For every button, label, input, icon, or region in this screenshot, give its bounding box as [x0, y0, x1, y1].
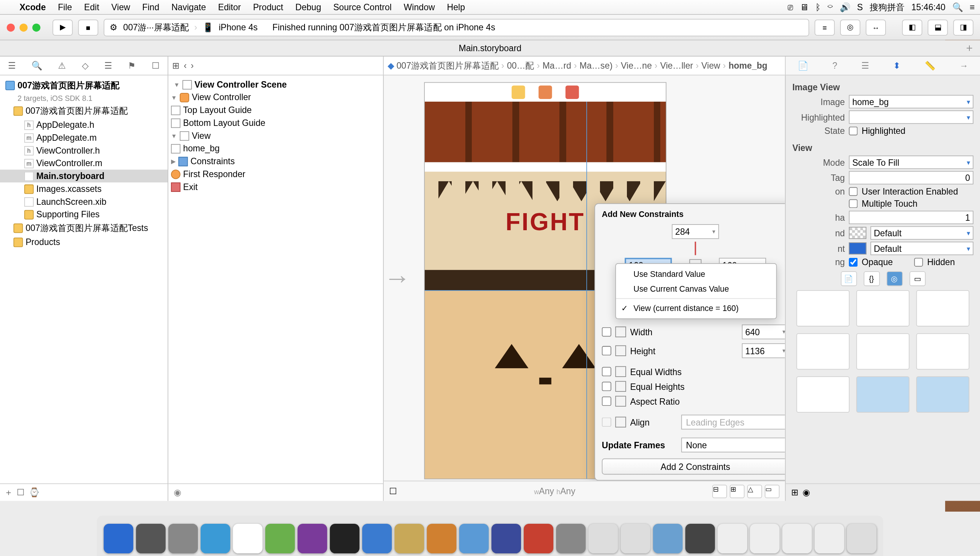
image-field[interactable]: home_bg — [849, 95, 973, 108]
object-lib-tab[interactable]: ◎ — [886, 271, 903, 286]
dock-settings[interactable] — [136, 524, 166, 553]
spotlight-icon[interactable]: 🔍 — [952, 2, 963, 12]
use-canvas-value[interactable]: Use Current Canvas Value — [616, 281, 776, 296]
device-name[interactable]: iPhone 4s — [219, 23, 258, 32]
window-zoom[interactable] — [32, 23, 40, 31]
screen-record-icon[interactable]: ⎚ — [788, 2, 793, 12]
project-name[interactable]: 007游戏首页图片屏幕适配 — [18, 79, 119, 91]
dock-app11[interactable] — [750, 524, 779, 553]
dock-onenote[interactable] — [298, 524, 327, 553]
lib-split-vc[interactable] — [916, 333, 969, 370]
dock-app6[interactable] — [588, 524, 618, 553]
editor-jumpbar[interactable]: ◆007游戏首页图片屏幕适配› 00…配› Ma…rd› Ma…se)› Vie… — [384, 57, 785, 76]
standard-editor-button[interactable]: ≡ — [815, 19, 835, 36]
dock-app5[interactable] — [556, 524, 586, 553]
aspect-ratio-checkbox[interactable] — [602, 396, 611, 406]
scheme-name[interactable]: 007游···屏幕适配 — [123, 21, 189, 33]
dock-excel[interactable] — [265, 524, 295, 553]
equal-widths-checkbox[interactable] — [602, 367, 611, 376]
forward-button[interactable]: › — [191, 61, 194, 71]
group-tests[interactable]: 007游戏首页图片屏幕适配Tests — [26, 222, 148, 234]
dock-filezilla[interactable] — [524, 524, 553, 553]
project-navigator-tab[interactable]: ☰ — [8, 61, 16, 71]
height-checkbox[interactable] — [602, 346, 611, 356]
file-inspector-tab[interactable]: 📄 — [798, 61, 808, 71]
volume-icon[interactable]: 🔊 — [840, 2, 850, 12]
multiple-touch-checkbox[interactable] — [849, 199, 857, 208]
outline-view[interactable]: View — [192, 131, 211, 141]
lib-avkit-vc[interactable] — [916, 376, 969, 413]
outline-tree[interactable]: ▼View Controller Scene ▼View Controller … — [168, 76, 383, 483]
outline-home-bg[interactable]: home_bg — [183, 143, 220, 154]
file-main-storyboard[interactable]: Main.storyboard — [36, 171, 104, 181]
toggle-debug-button[interactable]: ⬓ — [928, 19, 948, 36]
stop-button[interactable]: ■ — [78, 19, 98, 36]
pin-button[interactable]: ⊞ — [730, 484, 744, 498]
dock-xcode[interactable] — [362, 524, 392, 553]
dock-launchpad[interactable] — [168, 524, 198, 553]
object-library[interactable] — [792, 290, 973, 413]
tag-field[interactable]: 0 — [849, 171, 973, 185]
alpha-field[interactable]: 1 — [849, 211, 973, 225]
menu-editor[interactable]: Editor — [212, 2, 247, 12]
dock-finder[interactable] — [103, 524, 133, 553]
connections-inspector-tab[interactable]: → — [959, 61, 968, 71]
resize-button[interactable]: ▭ — [765, 484, 779, 498]
dock-app12[interactable] — [782, 524, 812, 553]
update-frames-select[interactable]: None — [681, 438, 785, 453]
breakpoint-navigator-tab[interactable]: ☐ — [152, 61, 160, 71]
dock-app8[interactable] — [653, 524, 683, 553]
size-class-w[interactable]: Any — [539, 486, 554, 496]
assistant-editor-button[interactable]: ◎ — [840, 19, 860, 36]
filter-scm-icon[interactable]: ⌚ — [29, 487, 39, 498]
toggle-utilities-button[interactable]: ◨ — [953, 19, 973, 36]
dock-app7[interactable] — [621, 524, 651, 553]
filter-recent-icon[interactable]: ☐ — [17, 487, 25, 498]
help-inspector-tab[interactable]: ? — [833, 61, 837, 71]
media-lib-tab[interactable]: ▭ — [909, 271, 925, 286]
resolve-button[interactable]: △ — [747, 484, 762, 498]
first-responder[interactable]: First Responder — [183, 169, 245, 179]
tint-field[interactable]: Default — [870, 242, 974, 255]
lib-grid-icon[interactable]: ⊞ — [791, 487, 799, 498]
related-icon[interactable]: ⊞ — [172, 61, 180, 71]
dock-notes[interactable] — [233, 524, 262, 553]
group-supporting[interactable]: Supporting Files — [36, 209, 100, 220]
menu-navigate[interactable]: Navigate — [165, 2, 212, 12]
mode-field[interactable]: Scale To Fill — [849, 155, 973, 169]
toggle-outline-button[interactable]: ☐ — [389, 486, 397, 496]
window-minimize[interactable] — [19, 23, 27, 31]
group-products[interactable]: Products — [26, 237, 60, 247]
outline-filter-icon[interactable]: ◉ — [174, 487, 181, 498]
dock-app9[interactable] — [685, 524, 715, 553]
dock-trash[interactable] — [847, 524, 877, 553]
opaque-checkbox[interactable] — [849, 258, 857, 267]
menu-edit[interactable]: Edit — [78, 2, 105, 12]
lib-page-vc[interactable] — [796, 376, 849, 413]
dock-app13[interactable] — [815, 524, 844, 553]
add-button[interactable]: ＋ — [4, 486, 13, 498]
test-navigator-tab[interactable]: ☰ — [104, 61, 112, 71]
identity-inspector-tab[interactable]: ☰ — [861, 61, 869, 71]
add-constraints-button[interactable]: Add 2 Constraints — [602, 459, 785, 475]
dock-terminal[interactable] — [330, 524, 360, 553]
width-value-field[interactable]: 640▾ — [742, 325, 785, 339]
lib-nav-controller[interactable] — [856, 290, 909, 326]
vc-icon[interactable] — [512, 85, 525, 99]
back-button[interactable]: ‹ — [184, 61, 187, 71]
entry-arrow-icon[interactable]: → — [384, 263, 411, 293]
menu-product[interactable]: Product — [247, 2, 289, 12]
bg-color-well[interactable] — [849, 227, 866, 239]
ime-label[interactable]: 搜狗拼音 — [870, 1, 904, 13]
lib-tab-vc[interactable] — [856, 333, 909, 370]
code-snippet-lib-tab[interactable]: {} — [863, 271, 880, 286]
file-images-xcassets[interactable]: Images.xcassets — [36, 184, 102, 194]
dock-app2[interactable] — [427, 524, 456, 553]
group-main[interactable]: 007游戏首页图片屏幕适配 — [26, 105, 128, 117]
hidden-checkbox[interactable] — [914, 258, 923, 267]
display-icon[interactable]: 🖥 — [800, 2, 809, 12]
activity-view[interactable]: ⚙︎ 007游···屏幕适配 › 📱 iPhone 4s Finished ru… — [103, 19, 809, 36]
menu-debug[interactable]: Debug — [289, 2, 327, 12]
menu-find[interactable]: Find — [136, 2, 165, 12]
bottom-layout-guide[interactable]: Bottom Layout Guide — [183, 118, 265, 128]
